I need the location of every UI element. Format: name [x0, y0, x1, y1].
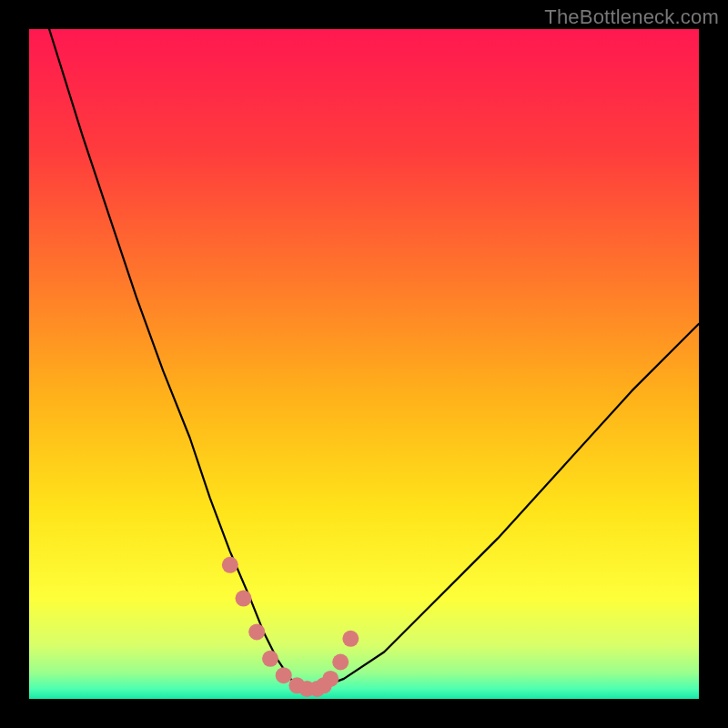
marker-dot	[342, 631, 359, 647]
marker-dot	[222, 557, 238, 573]
watermark-text: TheBottleneck.com	[544, 5, 719, 29]
marker-dot	[248, 623, 265, 640]
marker-dot	[262, 651, 278, 667]
plot-area	[29, 29, 699, 699]
marker-dot	[322, 671, 339, 687]
marker-dot	[236, 591, 252, 607]
marker-dots	[222, 557, 359, 697]
bottleneck-curve	[29, 29, 699, 699]
chart-frame: TheBottleneck.com	[0, 0, 728, 728]
marker-dot	[332, 654, 349, 671]
marker-dot	[276, 667, 292, 683]
